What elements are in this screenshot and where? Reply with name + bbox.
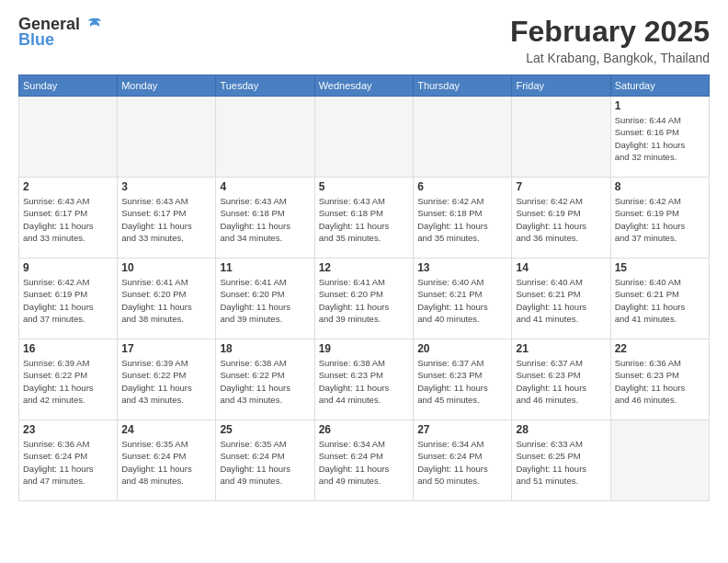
calendar-cell: 4Sunrise: 6:43 AM Sunset: 6:18 PM Daylig…	[216, 178, 314, 259]
calendar-header-row: SundayMondayTuesdayWednesdayThursdayFrid…	[19, 75, 710, 97]
calendar-cell: 3Sunrise: 6:43 AM Sunset: 6:17 PM Daylig…	[118, 178, 216, 259]
day-info: Sunrise: 6:44 AM Sunset: 6:16 PM Dayligh…	[615, 114, 705, 163]
day-info: Sunrise: 6:36 AM Sunset: 6:24 PM Dayligh…	[23, 438, 113, 487]
day-number: 13	[417, 261, 507, 274]
calendar-week-row: 1Sunrise: 6:44 AM Sunset: 6:16 PM Daylig…	[19, 97, 710, 178]
calendar-cell: 24Sunrise: 6:35 AM Sunset: 6:24 PM Dayli…	[118, 420, 216, 501]
day-info: Sunrise: 6:42 AM Sunset: 6:19 PM Dayligh…	[516, 195, 606, 244]
calendar-cell: 11Sunrise: 6:41 AM Sunset: 6:20 PM Dayli…	[216, 259, 314, 339]
day-info: Sunrise: 6:38 AM Sunset: 6:23 PM Dayligh…	[319, 357, 409, 406]
day-number: 12	[319, 261, 409, 274]
calendar-cell: 23Sunrise: 6:36 AM Sunset: 6:24 PM Dayli…	[19, 420, 118, 501]
day-info: Sunrise: 6:39 AM Sunset: 6:22 PM Dayligh…	[23, 357, 113, 406]
day-info: Sunrise: 6:35 AM Sunset: 6:24 PM Dayligh…	[220, 438, 310, 487]
day-info: Sunrise: 6:35 AM Sunset: 6:24 PM Dayligh…	[121, 438, 211, 487]
day-info: Sunrise: 6:38 AM Sunset: 6:22 PM Dayligh…	[220, 357, 310, 406]
calendar-cell	[118, 97, 216, 178]
day-info: Sunrise: 6:37 AM Sunset: 6:23 PM Dayligh…	[417, 357, 507, 406]
title-section: February 2025 Lat Krabang, Bangkok, Thai…	[510, 15, 710, 65]
calendar-day-header: Monday	[118, 75, 216, 97]
calendar-day-header: Wednesday	[314, 75, 413, 97]
calendar-day-header: Sunday	[19, 75, 118, 97]
day-info: Sunrise: 6:34 AM Sunset: 6:24 PM Dayligh…	[319, 438, 409, 487]
day-info: Sunrise: 6:43 AM Sunset: 6:17 PM Dayligh…	[23, 195, 113, 244]
day-number: 20	[417, 342, 507, 355]
day-info: Sunrise: 6:36 AM Sunset: 6:23 PM Dayligh…	[615, 357, 705, 406]
calendar-table: SundayMondayTuesdayWednesdayThursdayFrid…	[18, 75, 710, 501]
day-info: Sunrise: 6:43 AM Sunset: 6:18 PM Dayligh…	[319, 195, 409, 244]
calendar-day-header: Thursday	[414, 75, 512, 97]
calendar-week-row: 16Sunrise: 6:39 AM Sunset: 6:22 PM Dayli…	[19, 339, 710, 420]
calendar-cell: 15Sunrise: 6:40 AM Sunset: 6:21 PM Dayli…	[610, 259, 709, 339]
day-info: Sunrise: 6:42 AM Sunset: 6:18 PM Dayligh…	[417, 195, 507, 244]
header: General Blue February 2025 Lat Krabang, …	[18, 15, 710, 65]
day-number: 22	[615, 342, 705, 355]
calendar-cell: 5Sunrise: 6:43 AM Sunset: 6:18 PM Daylig…	[314, 178, 413, 259]
calendar-cell	[314, 97, 413, 178]
month-title: February 2025	[510, 15, 710, 49]
calendar-cell	[216, 97, 314, 178]
calendar-cell: 9Sunrise: 6:42 AM Sunset: 6:19 PM Daylig…	[19, 259, 118, 339]
calendar-cell: 7Sunrise: 6:42 AM Sunset: 6:19 PM Daylig…	[512, 178, 610, 259]
calendar-day-header: Tuesday	[216, 75, 314, 97]
day-number: 7	[516, 180, 606, 193]
day-info: Sunrise: 6:41 AM Sunset: 6:20 PM Dayligh…	[220, 276, 310, 325]
day-number: 11	[220, 261, 310, 274]
day-number: 2	[23, 180, 113, 193]
day-number: 14	[516, 261, 606, 274]
day-number: 18	[220, 342, 310, 355]
calendar-cell: 1Sunrise: 6:44 AM Sunset: 6:16 PM Daylig…	[610, 97, 709, 178]
calendar-cell: 6Sunrise: 6:42 AM Sunset: 6:18 PM Daylig…	[414, 178, 512, 259]
day-number: 9	[23, 261, 113, 274]
calendar-week-row: 23Sunrise: 6:36 AM Sunset: 6:24 PM Dayli…	[19, 420, 710, 501]
calendar-day-header: Saturday	[610, 75, 709, 97]
calendar-week-row: 2Sunrise: 6:43 AM Sunset: 6:17 PM Daylig…	[19, 178, 710, 259]
calendar-cell: 20Sunrise: 6:37 AM Sunset: 6:23 PM Dayli…	[414, 339, 512, 420]
calendar-cell: 21Sunrise: 6:37 AM Sunset: 6:23 PM Dayli…	[512, 339, 610, 420]
day-number: 24	[121, 423, 211, 436]
day-number: 5	[319, 180, 409, 193]
calendar-cell: 19Sunrise: 6:38 AM Sunset: 6:23 PM Dayli…	[314, 339, 413, 420]
day-info: Sunrise: 6:41 AM Sunset: 6:20 PM Dayligh…	[121, 276, 211, 325]
calendar-cell: 16Sunrise: 6:39 AM Sunset: 6:22 PM Dayli…	[19, 339, 118, 420]
day-number: 28	[516, 423, 606, 436]
calendar-cell	[512, 97, 610, 178]
day-info: Sunrise: 6:37 AM Sunset: 6:23 PM Dayligh…	[516, 357, 606, 406]
calendar-cell: 17Sunrise: 6:39 AM Sunset: 6:22 PM Dayli…	[118, 339, 216, 420]
calendar-cell: 22Sunrise: 6:36 AM Sunset: 6:23 PM Dayli…	[610, 339, 709, 420]
calendar-cell: 28Sunrise: 6:33 AM Sunset: 6:25 PM Dayli…	[512, 420, 610, 501]
day-number: 16	[23, 342, 113, 355]
day-info: Sunrise: 6:43 AM Sunset: 6:17 PM Dayligh…	[121, 195, 211, 244]
day-number: 26	[319, 423, 409, 436]
calendar-cell: 27Sunrise: 6:34 AM Sunset: 6:24 PM Dayli…	[414, 420, 512, 501]
calendar-cell	[610, 420, 709, 501]
calendar-cell: 18Sunrise: 6:38 AM Sunset: 6:22 PM Dayli…	[216, 339, 314, 420]
day-info: Sunrise: 6:34 AM Sunset: 6:24 PM Dayligh…	[417, 438, 507, 487]
day-number: 19	[319, 342, 409, 355]
calendar-cell: 10Sunrise: 6:41 AM Sunset: 6:20 PM Dayli…	[118, 259, 216, 339]
calendar-cell	[19, 97, 118, 178]
day-info: Sunrise: 6:33 AM Sunset: 6:25 PM Dayligh…	[516, 438, 606, 487]
calendar-week-row: 9Sunrise: 6:42 AM Sunset: 6:19 PM Daylig…	[19, 259, 710, 339]
day-info: Sunrise: 6:40 AM Sunset: 6:21 PM Dayligh…	[615, 276, 705, 325]
calendar-cell: 26Sunrise: 6:34 AM Sunset: 6:24 PM Dayli…	[314, 420, 413, 501]
day-info: Sunrise: 6:42 AM Sunset: 6:19 PM Dayligh…	[615, 195, 705, 244]
day-info: Sunrise: 6:41 AM Sunset: 6:20 PM Dayligh…	[319, 276, 409, 325]
day-number: 1	[615, 99, 705, 112]
day-info: Sunrise: 6:42 AM Sunset: 6:19 PM Dayligh…	[23, 276, 113, 325]
day-number: 6	[417, 180, 507, 193]
location: Lat Krabang, Bangkok, Thailand	[510, 51, 710, 65]
day-number: 21	[516, 342, 606, 355]
calendar-cell: 2Sunrise: 6:43 AM Sunset: 6:17 PM Daylig…	[19, 178, 118, 259]
calendar-cell: 13Sunrise: 6:40 AM Sunset: 6:21 PM Dayli…	[414, 259, 512, 339]
day-number: 15	[615, 261, 705, 274]
day-number: 4	[220, 180, 310, 193]
day-info: Sunrise: 6:43 AM Sunset: 6:18 PM Dayligh…	[220, 195, 310, 244]
day-number: 23	[23, 423, 113, 436]
calendar-cell: 14Sunrise: 6:40 AM Sunset: 6:21 PM Dayli…	[512, 259, 610, 339]
page: General Blue February 2025 Lat Krabang, …	[0, 0, 728, 563]
day-info: Sunrise: 6:40 AM Sunset: 6:21 PM Dayligh…	[417, 276, 507, 325]
day-number: 27	[417, 423, 507, 436]
day-number: 25	[220, 423, 310, 436]
day-number: 10	[121, 261, 211, 274]
